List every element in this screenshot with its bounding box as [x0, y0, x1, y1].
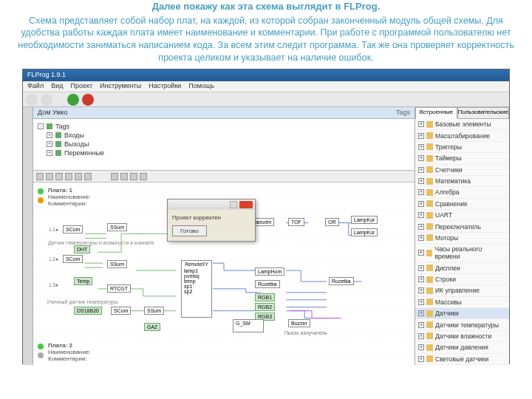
- node-dht[interactable]: DHT: [74, 245, 90, 253]
- node-ds18b20[interactable]: DS18B20: [74, 307, 102, 315]
- expand-icon[interactable]: +: [418, 299, 424, 305]
- expand-icon[interactable]: -: [38, 123, 44, 129]
- expand-icon[interactable]: +: [418, 310, 424, 316]
- tool-button[interactable]: [111, 173, 118, 180]
- node-scom[interactable]: SCom: [63, 255, 83, 263]
- tool-button[interactable]: [120, 173, 128, 180]
- expand-icon[interactable]: +: [418, 189, 424, 195]
- node-lampkor[interactable]: LampKor: [351, 216, 378, 224]
- library-item[interactable]: +Сравнение: [415, 199, 509, 210]
- expand-icon[interactable]: +: [418, 235, 424, 241]
- library-list[interactable]: +Базовые элементы+Масштабирование+Тригге…: [415, 119, 509, 365]
- library-item[interactable]: +Часы реального времени: [415, 244, 509, 262]
- menu-settings[interactable]: Настройки: [149, 82, 181, 91]
- folder-icon: [426, 355, 433, 362]
- library-item[interactable]: +Датчики: [415, 308, 509, 319]
- expand-icon[interactable]: +: [418, 155, 424, 161]
- library-item[interactable]: +Датчики температуры: [415, 319, 509, 330]
- node-lamphom[interactable]: LampHom: [255, 267, 284, 276]
- node-temp[interactable]: Temp: [74, 277, 92, 285]
- library-item[interactable]: +Математика: [415, 176, 509, 187]
- tool-button[interactable]: [130, 173, 137, 180]
- menu-help[interactable]: Помощь: [188, 82, 214, 91]
- library-item[interactable]: +Алгебра: [415, 187, 509, 198]
- expand-icon[interactable]: +: [418, 250, 424, 256]
- node-or[interactable]: OR: [325, 218, 339, 226]
- menu-project[interactable]: Проект: [70, 82, 92, 91]
- library-item[interactable]: +Масштабирование: [415, 130, 509, 141]
- dialog-ok-button[interactable]: Готово: [172, 225, 207, 236]
- library-item[interactable]: +Таймеры: [415, 153, 509, 164]
- expand-icon[interactable]: +: [418, 322, 424, 328]
- menu-file[interactable]: Файл: [27, 82, 44, 91]
- library-item[interactable]: +Базовые элементы: [415, 119, 509, 130]
- tool-button[interactable]: [140, 173, 147, 180]
- expand-icon[interactable]: +: [418, 287, 424, 293]
- close-icon[interactable]: [239, 201, 253, 208]
- library-item[interactable]: +Датчики влажности: [415, 331, 509, 342]
- expand-icon[interactable]: +: [418, 356, 424, 362]
- node-rgb2[interactable]: RGB2: [255, 303, 275, 311]
- node-gaz[interactable]: GAZ: [144, 323, 160, 331]
- library-item[interactable]: +Счетчики: [415, 165, 509, 176]
- library-item[interactable]: +Триггеры: [415, 142, 509, 153]
- library-item[interactable]: +Моторы: [415, 233, 509, 244]
- expand-icon[interactable]: +: [418, 276, 424, 282]
- toolbar-button[interactable]: [41, 94, 52, 106]
- node-rozetka[interactable]: Rozetka: [329, 277, 354, 285]
- library-item[interactable]: +ИК управление: [415, 285, 509, 296]
- node-rozetka[interactable]: Rozetka: [255, 280, 280, 288]
- tool-button[interactable]: [55, 173, 63, 180]
- node-rgb1[interactable]: RGB1: [255, 293, 275, 301]
- node-ssum[interactable]: SSum: [107, 223, 127, 231]
- tool-button[interactable]: [36, 173, 44, 180]
- tool-button[interactable]: [65, 173, 72, 180]
- tool-button[interactable]: [84, 173, 92, 180]
- tab-builtin[interactable]: Встроенные: [415, 107, 457, 119]
- node-rtcgt[interactable]: RTCGT: [107, 284, 131, 293]
- expand-icon[interactable]: +: [418, 201, 424, 207]
- minimize-icon[interactable]: [230, 201, 237, 208]
- node-ssum[interactable]: SSum: [144, 307, 164, 315]
- library-item[interactable]: +Световые датчики: [415, 354, 509, 365]
- expand-icon[interactable]: +: [47, 141, 52, 147]
- expand-icon[interactable]: +: [418, 212, 424, 218]
- folder-icon: [426, 299, 433, 305]
- expand-icon[interactable]: +: [418, 121, 424, 127]
- expand-icon[interactable]: +: [418, 167, 424, 173]
- expand-icon[interactable]: +: [418, 133, 424, 139]
- folder-icon: [426, 155, 433, 162]
- node-ssum[interactable]: SSum: [107, 260, 127, 268]
- folder-icon: [426, 132, 433, 139]
- node-tof[interactable]: TOF: [288, 218, 304, 226]
- library-item[interactable]: +Датчики давления: [415, 342, 509, 353]
- node-scom[interactable]: SCom: [63, 225, 83, 233]
- library-item[interactable]: +UART: [415, 210, 509, 221]
- expand-icon[interactable]: +: [418, 265, 424, 271]
- menu-view[interactable]: Вид: [51, 82, 63, 91]
- node-buzzer[interactable]: Buzzer: [288, 319, 310, 327]
- library-item[interactable]: +Дисплеи: [415, 263, 509, 274]
- project-tree[interactable]: -Tags +Входы +Выходы +Переменные: [33, 119, 415, 171]
- node-gsm[interactable]: G_SM: [233, 319, 264, 332]
- library-item[interactable]: +Массивы: [415, 297, 509, 308]
- expand-icon[interactable]: +: [418, 178, 424, 184]
- expand-icon[interactable]: +: [47, 150, 52, 156]
- library-item[interactable]: +Переключатель: [415, 221, 509, 232]
- expand-icon[interactable]: +: [418, 144, 424, 150]
- expand-icon[interactable]: +: [47, 132, 52, 138]
- tool-button[interactable]: [46, 173, 53, 180]
- tool-button[interactable]: [75, 173, 82, 180]
- library-item[interactable]: +Строки: [415, 274, 509, 285]
- stop-button[interactable]: [82, 94, 94, 106]
- expand-icon[interactable]: +: [418, 224, 424, 230]
- expand-icon[interactable]: +: [418, 344, 424, 350]
- tab-user[interactable]: Пользовательские: [457, 107, 509, 119]
- node-scom[interactable]: SCom: [111, 307, 131, 315]
- node-lampkor[interactable]: LampKor: [351, 228, 378, 236]
- menu-tools[interactable]: Инструменты: [100, 82, 141, 91]
- run-button[interactable]: [67, 94, 79, 106]
- toolbar-button[interactable]: [26, 94, 38, 106]
- node-remotexy[interactable]: RemoteXY lamp1 pvmsq temp sp1 sp2: [181, 260, 212, 318]
- expand-icon[interactable]: +: [418, 333, 424, 339]
